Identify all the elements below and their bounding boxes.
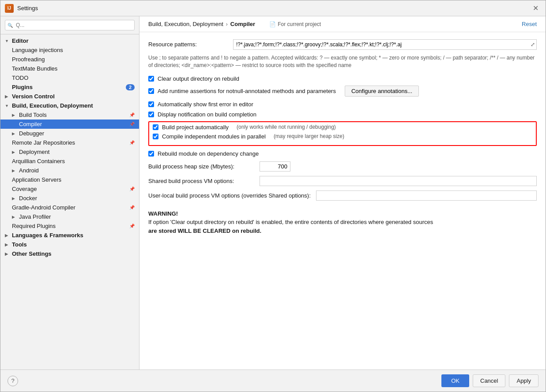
sidebar-item-textmate-bundles[interactable]: TextMate Bundles [0, 64, 139, 73]
heap-input[interactable] [260, 161, 290, 172]
triangle-icon-docker: ▶ [12, 196, 17, 201]
app-icon: IJ [5, 4, 14, 13]
triangle-icon-deployment: ▶ [12, 150, 17, 154]
help-button[interactable]: ? [8, 376, 18, 386]
checkbox-add-runtime-input[interactable] [148, 88, 154, 94]
sidebar-item-coverage[interactable]: Coverage 📌 [0, 184, 139, 194]
search-box [0, 16, 139, 34]
sidebar-item-debugger[interactable]: ▶ Debugger [0, 129, 139, 138]
checkbox-build-auto-input[interactable] [153, 124, 158, 130]
sidebar-item-build-tools[interactable]: ▶ Build Tools 📌 [0, 110, 139, 119]
checkbox-add-runtime: Add runtime assertions for notnull-annot… [148, 86, 537, 97]
pin-icon-coverage: 📌 [129, 187, 135, 191]
checkbox-compile-parallel: Compile independent modules in parallel … [153, 133, 532, 140]
shared-vm-input[interactable] [260, 176, 537, 186]
triangle-icon-tools: ▶ [5, 243, 10, 247]
sidebar-item-language-injections[interactable]: Language injections [0, 45, 139, 55]
pin-icon-rp: 📌 [129, 224, 135, 228]
bottom-bar: ? OK Cancel Apply [0, 370, 546, 392]
warning-body-1: If option 'Clear output directory on reb… [148, 219, 433, 225]
search-input[interactable] [5, 20, 135, 30]
resource-patterns-row: Resource patterns: ⤢ [148, 39, 537, 50]
pin-icon-bt: 📌 [129, 112, 135, 117]
triangle-icon-bt: ▶ [12, 113, 17, 117]
sidebar-item-version-control[interactable]: ▶ Version Control [0, 92, 139, 101]
checkbox-build-automatically: Build project automatically (only works … [153, 124, 532, 131]
pin-icon-rjr: 📌 [129, 140, 135, 145]
breadcrumb: Build, Execution, Deployment › Compiler … [148, 21, 321, 27]
checkbox-rebuild-module-input[interactable] [148, 151, 154, 157]
resource-input[interactable] [233, 39, 537, 50]
hint-wrapper: Use ; to separate patterns and ! to nega… [148, 54, 537, 69]
checkbox-clear-output-label[interactable]: Clear output directory on rebuild [158, 75, 239, 82]
triangle-icon-lf: ▶ [5, 233, 10, 238]
warning-box: WARNING! If option 'Clear output directo… [148, 209, 537, 235]
checkbox-display-notification-input[interactable] [148, 112, 154, 117]
pin-icon-gradle: 📌 [129, 205, 135, 210]
sidebar-item-plugins[interactable]: Plugins 2 [0, 82, 139, 92]
checkbox-compile-parallel-input[interactable] [153, 134, 158, 139]
checkbox-auto-show-error-input[interactable] [148, 101, 154, 107]
sidebar-item-java-profiler[interactable]: ▶ Java Profiler [0, 212, 139, 221]
sidebar-item-docker[interactable]: ▶ Docker [0, 194, 139, 203]
sidebar-item-application-servers[interactable]: Application Servers [0, 175, 139, 184]
checkbox-compile-parallel-label[interactable]: Compile independent modules in parallel [162, 133, 266, 140]
sidebar-item-gradle-android[interactable]: Gradle-Android Compiler 📌 [0, 203, 139, 212]
shared-vm-row: Shared build process VM options: [148, 176, 537, 186]
breadcrumb-item-2: Compiler [230, 21, 255, 27]
triangle-icon-vc: ▶ [5, 94, 10, 99]
title-bar-left: IJ Settings [5, 4, 38, 13]
triangle-icon-java-profiler: ▶ [12, 215, 17, 219]
sidebar-item-tools[interactable]: ▶ Tools [0, 240, 139, 249]
sidebar-item-deployment[interactable]: ▶ Deployment [0, 147, 139, 157]
sidebar: ▼ Editor Language injections Proofreadin… [0, 16, 139, 370]
expand-icon[interactable]: ⤢ [531, 41, 535, 48]
checkbox-clear-output: Clear output directory on rebuild [148, 75, 537, 82]
window-title: Settings [17, 5, 38, 11]
checkbox-rebuild-module: Rebuild module on dependency change [148, 150, 537, 157]
heap-size-row: Build process heap size (Mbytes): [148, 161, 537, 172]
pin-icon-compiler: 📌 [129, 122, 135, 127]
settings-window: IJ Settings ✕ ▼ Editor Language injectio… [0, 0, 546, 392]
triangle-icon-os: ▶ [5, 252, 10, 256]
sidebar-item-compiler[interactable]: Compiler 📌 [0, 119, 139, 129]
sidebar-item-remote-jar[interactable]: Remote Jar Repositories 📌 [0, 138, 139, 147]
sidebar-item-other-settings[interactable]: ▶ Other Settings [0, 249, 139, 258]
action-buttons: OK Cancel Apply [441, 374, 538, 387]
panel-body: Resource patterns: ⤢ Use ; to separate p… [139, 32, 546, 370]
sidebar-item-android[interactable]: ▶ Android [0, 166, 139, 175]
user-vm-row: User-local build process VM options (ove… [148, 190, 537, 201]
sidebar-item-arquillian[interactable]: Arquillian Containers [0, 157, 139, 166]
breadcrumb-item-1: Build, Execution, Deployment [148, 21, 223, 27]
checkbox-auto-show-error-label[interactable]: Automatically show first error in editor [158, 101, 253, 108]
sidebar-item-todo[interactable]: TODO [0, 73, 139, 82]
checkbox-auto-show-error: Automatically show first error in editor [148, 101, 537, 108]
sidebar-item-proofreading[interactable]: Proofreading [0, 55, 139, 64]
project-icon: 📄 [269, 21, 276, 27]
close-button[interactable]: ✕ [530, 3, 541, 13]
apply-button[interactable]: Apply [509, 374, 538, 387]
sidebar-item-required-plugins[interactable]: Required Plugins 📌 [0, 221, 139, 231]
user-vm-input[interactable] [316, 190, 537, 201]
project-label: For current project [278, 21, 321, 27]
resource-input-wrapper: ⤢ [233, 39, 537, 50]
ok-button[interactable]: OK [441, 374, 469, 387]
triangle-icon: ▼ [5, 39, 10, 43]
checkbox-build-auto-label[interactable]: Build project automatically [162, 124, 229, 131]
reset-link[interactable]: Reset [522, 21, 537, 27]
heap-label: Build process heap size (Mbytes): [148, 163, 254, 170]
checkbox-display-notification-label[interactable]: Display notification on build completion [158, 111, 256, 118]
highlight-box: Build project automatically (only works … [148, 121, 537, 146]
checkbox-add-runtime-label[interactable]: Add runtime assertions for notnull-annot… [158, 88, 336, 94]
right-panel: Build, Execution, Deployment › Compiler … [139, 16, 546, 370]
checkbox-clear-output-input[interactable] [148, 76, 154, 82]
checkbox-rebuild-module-label[interactable]: Rebuild module on dependency change [158, 150, 259, 157]
triangle-icon-android: ▶ [12, 168, 17, 173]
sidebar-item-editor[interactable]: ▼ Editor [0, 36, 139, 45]
sidebar-item-languages-frameworks[interactable]: ▶ Languages & Frameworks [0, 231, 139, 240]
main-content: ▼ Editor Language injections Proofreadin… [0, 16, 546, 370]
plugins-badge: 2 [126, 84, 135, 90]
cancel-button[interactable]: Cancel [473, 374, 505, 387]
sidebar-item-build-execution-deployment[interactable]: ▼ Build, Execution, Deployment [0, 101, 139, 110]
configure-annotations-button[interactable]: Configure annotations... [345, 86, 419, 97]
